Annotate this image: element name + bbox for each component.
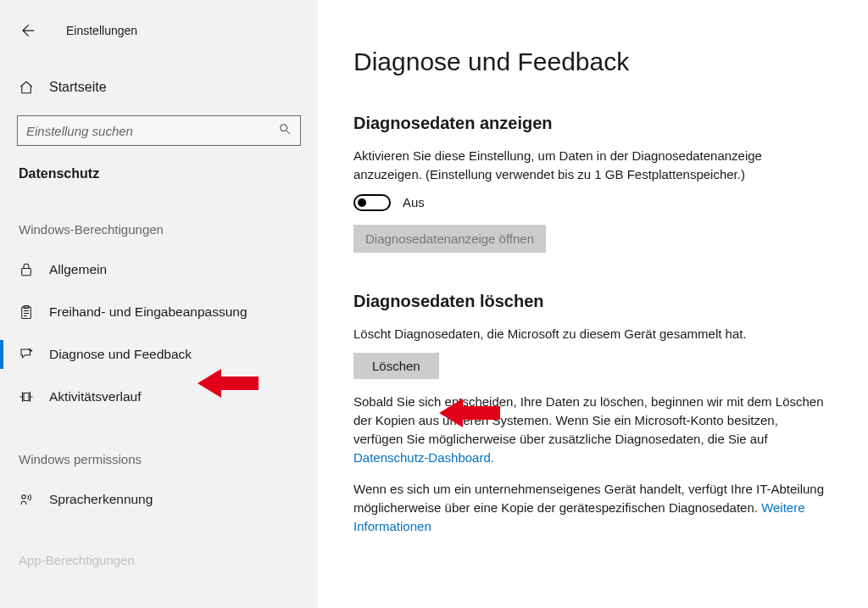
- app-title: Einstellungen: [66, 24, 137, 37]
- section-heading-delete: Diagnosedaten löschen: [353, 292, 832, 311]
- sidebar-item-activity[interactable]: Aktivitätsverlauf: [0, 376, 318, 418]
- delete-note-1: Sobald Sie sich entscheiden, Ihre Daten …: [353, 393, 828, 466]
- sidebar-item-label: Allgemein: [49, 262, 107, 277]
- diagnostic-viewer-toggle[interactable]: [353, 194, 391, 211]
- svg-point-0: [281, 125, 287, 131]
- delete-note-2: Wenn es sich um ein unternehmenseigenes …: [353, 480, 828, 535]
- search-input[interactable]: [26, 124, 278, 138]
- svg-point-6: [22, 495, 26, 499]
- svg-rect-1: [22, 269, 31, 276]
- speech-icon: [19, 492, 41, 507]
- sidebar-item-diagnostics[interactable]: Diagnose und Feedback: [0, 333, 318, 376]
- timeline-icon: [19, 389, 41, 404]
- sidebar-item-inking[interactable]: Freihand- und Eingabeanpassung: [0, 291, 318, 333]
- sidebar-home-label: Startseite: [49, 80, 107, 95]
- sidebar-item-general[interactable]: Allgemein: [0, 248, 318, 291]
- svg-point-5: [31, 349, 32, 351]
- lock-icon: [19, 262, 41, 277]
- sidebar-item-label: Freihand- und Eingabeanpassung: [49, 304, 248, 320]
- sidebar-section-app-permissions: App-Berechtigungen: [0, 553, 318, 568]
- page-title: Diagnose und Feedback: [353, 47, 832, 76]
- sidebar-item-label: Aktivitätsverlauf: [49, 389, 142, 404]
- clipboard-icon: [19, 304, 41, 320]
- sidebar-home[interactable]: Startseite: [0, 80, 318, 95]
- svg-point-4: [29, 349, 31, 350]
- section-desc-delete: Löscht Diagnosedaten, die Microsoft zu d…: [353, 325, 828, 343]
- section-heading-view: Diagnosedaten anzeigen: [353, 114, 832, 133]
- feedback-icon: [19, 347, 41, 362]
- sidebar-item-speech[interactable]: Spracherkennung: [0, 478, 318, 521]
- toggle-state-label: Aus: [403, 195, 425, 209]
- sidebar-category: Datenschutz: [0, 166, 318, 181]
- privacy-dashboard-link[interactable]: Datenschutz-Dashboard.: [353, 450, 494, 465]
- search-box[interactable]: [17, 115, 301, 146]
- sidebar-section-windows-permissions-2: Windows permissions: [0, 452, 318, 466]
- section-desc-view: Aktivieren Sie diese Einstellung, um Dat…: [353, 147, 828, 184]
- sidebar-section-windows-permissions: Windows-Berechtigungen: [0, 222, 318, 237]
- back-icon[interactable]: [19, 22, 41, 39]
- home-icon: [19, 80, 41, 95]
- open-viewer-button: Diagnosedatenanzeige öffnen: [353, 225, 546, 253]
- main-content: Diagnose und Feedback Diagnosedaten anze…: [318, 0, 868, 608]
- sidebar-item-label: Spracherkennung: [49, 492, 153, 507]
- search-icon: [278, 122, 292, 139]
- sidebar: Einstellungen Startseite Datenschutz Win…: [0, 0, 318, 608]
- delete-button[interactable]: Löschen: [353, 353, 439, 379]
- sidebar-item-label: Diagnose und Feedback: [49, 347, 192, 362]
